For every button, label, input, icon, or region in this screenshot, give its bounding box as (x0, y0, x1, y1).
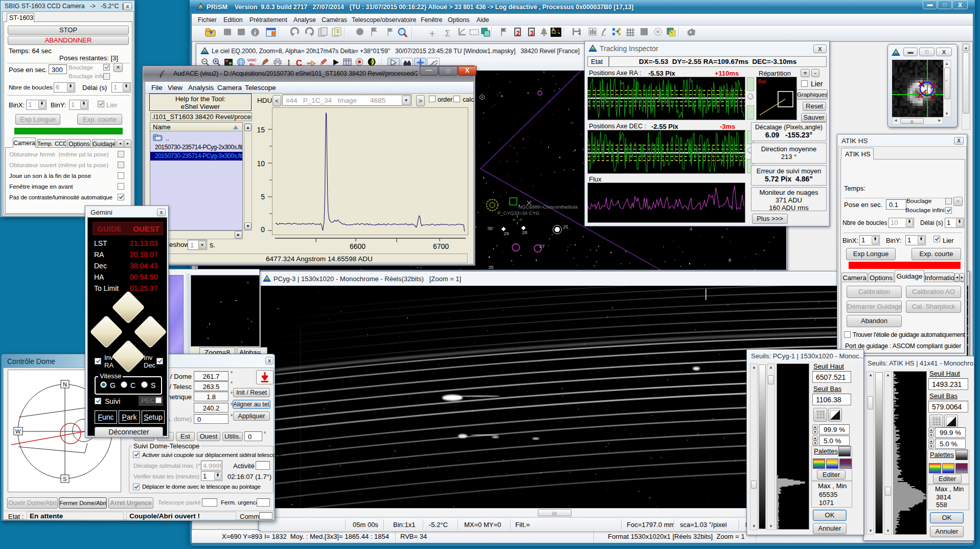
svg-text:2: 2 (516, 30, 520, 37)
svg-text:P_CYG33=34 CYG: P_CYG33=34 CYG (497, 210, 539, 216)
svg-text:29: 29 (504, 231, 509, 236)
svg-text:W: W (15, 428, 21, 434)
svg-text:28: 28 (522, 230, 528, 235)
svg-text:8: 8 (728, 257, 731, 263)
svg-text:Bar.: Bar. (758, 79, 767, 84)
svg-text:3: 3 (530, 30, 534, 37)
svg-text:S: S (63, 476, 66, 482)
svg-text:4: 4 (690, 226, 692, 232)
svg-text:N: N (63, 381, 67, 387)
svg-text:i: i (254, 29, 256, 36)
svg-text:35: 35 (488, 264, 494, 270)
svg-text:27: 27 (539, 243, 545, 249)
svg-text:25: 25 (563, 224, 568, 230)
svg-text:NGC6888=CrescentNebula: NGC6888=CrescentNebula (518, 204, 578, 210)
svg-text:36': 36' (487, 225, 494, 231)
